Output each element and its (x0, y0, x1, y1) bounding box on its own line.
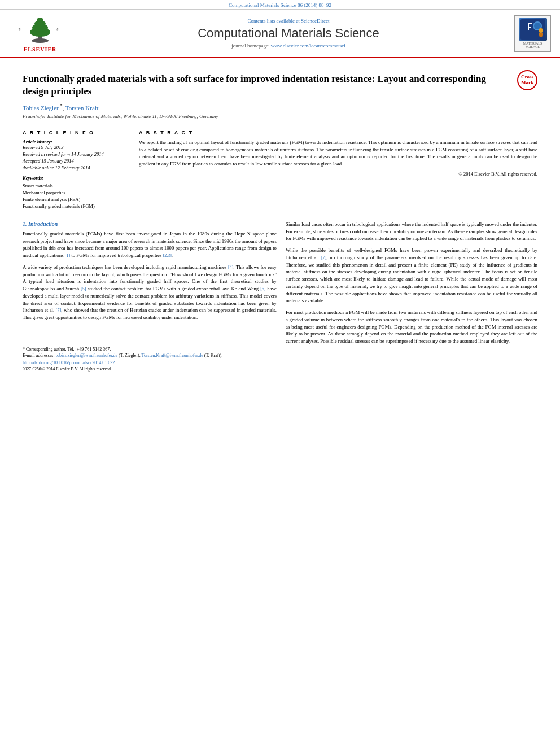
affiliation: Fraunhofer Institute for Mechanics of Ma… (23, 113, 537, 119)
sciencedirect-info: Contents lists available at ScienceDirec… (77, 18, 500, 24)
divider-2 (23, 215, 537, 215)
paper-title: Functionally graded materials with a sof… (23, 73, 537, 98)
svg-point-2 (32, 38, 49, 43)
svg-text:⚜: ⚜ (18, 27, 21, 32)
svg-point-11 (534, 23, 541, 29)
article-info-abstract: A R T I C L E I N F O Article history: R… (23, 130, 537, 210)
abstract-section: A B S T R A C T We report the finding of… (139, 130, 537, 210)
article-info-panel: A R T I C L E I N F O Article history: R… (23, 130, 130, 210)
intro-para4: While the possible benefits of well-desi… (286, 247, 537, 304)
journal-title: Computational Materials Science (77, 26, 500, 41)
elsevier-tree-logo: ⚜ ⚜ (15, 14, 65, 45)
author-torsten: Torsten Kraft (65, 104, 99, 111)
elsevier-right-logo: MATERIALSSCIENCE (506, 15, 551, 52)
elsevier-logo-area: ⚜ ⚜ ELSEVIER (9, 14, 71, 53)
paper-content: CrossMark Functionally graded materials … (0, 58, 560, 378)
email-link-1[interactable]: tobias.ziegler@iwm.fraunhofer.de (56, 353, 117, 358)
svg-point-12 (539, 28, 543, 33)
homepage-link[interactable]: www.elsevier.com/locate/commatsci (271, 43, 345, 49)
intro-para3: Similar load cases often occur in tribol… (286, 221, 537, 242)
left-column: 1. Introduction Functionally graded mate… (23, 221, 277, 372)
copyright-line: 0927-0256/© 2014 Elsevier B.V. All right… (23, 366, 277, 372)
footnotes: * Corresponding author. Tel.: +49 761 51… (23, 344, 277, 358)
abstract-heading: A B S T R A C T (139, 130, 537, 136)
intro-para5: For most production methods a FGM will b… (286, 309, 537, 345)
abstract-text: We report the finding of an optimal layo… (139, 139, 537, 168)
keywords-section: Keywords: Smart materials Mechanical pro… (23, 175, 130, 209)
sciencedirect-link[interactable]: ScienceDirect (301, 18, 329, 24)
svg-text:⚜: ⚜ (55, 27, 59, 32)
elsevier-brand: ELSEVIER (24, 46, 57, 53)
right-column: Similar load cases often occur in tribol… (286, 221, 537, 372)
article-history: Article history: Received 9 July 2013 Re… (23, 139, 130, 171)
crossmark-badge: CrossMark (517, 70, 537, 90)
svg-point-6 (37, 18, 43, 23)
intro-para1: Functionally graded materials (FGMs) hav… (23, 230, 277, 259)
divider-1 (23, 125, 537, 125)
journal-citation: Computational Materials Science 86 (2014… (0, 0, 560, 10)
abstract-copyright: © 2014 Elsevier B.V. All rights reserved… (139, 171, 537, 177)
authors-line: Tobias Ziegler *, Torsten Kraft (23, 103, 537, 111)
journal-header: ⚜ ⚜ ELSEVIER Contents lists available at… (0, 10, 560, 58)
intro-para2: A wide variety of production techniques … (23, 264, 277, 321)
section1-title: 1. Introduction (23, 221, 277, 227)
doi-line[interactable]: http://dx.doi.org/10.1016/j.commatsci.20… (23, 360, 277, 365)
author-tobias: Tobias Ziegler (23, 104, 59, 111)
article-info-heading: A R T I C L E I N F O (23, 130, 130, 136)
journal-center-info: Contents lists available at ScienceDirec… (77, 18, 500, 49)
email-link-2[interactable]: Torsten.Kraft@iwm.fraunhofer.de (142, 353, 203, 358)
journal-homepage: journal homepage: www.elsevier.com/locat… (77, 43, 500, 49)
main-body: 1. Introduction Functionally graded mate… (23, 221, 537, 372)
